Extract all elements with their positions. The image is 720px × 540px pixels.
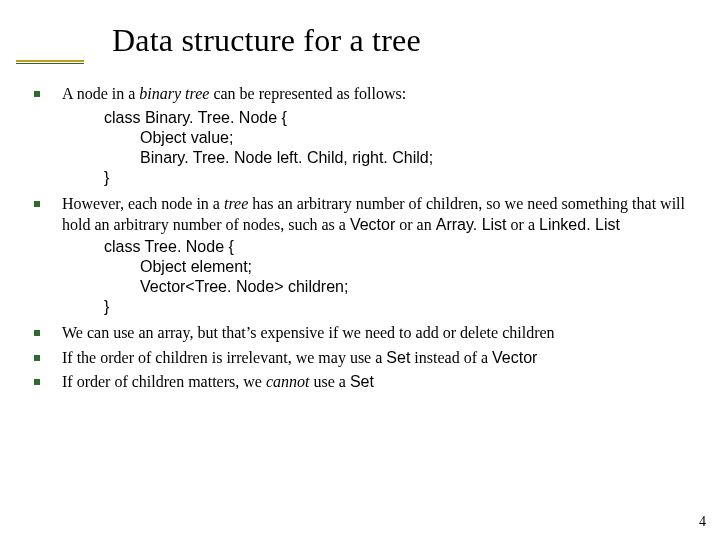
slide-title: Data structure for a tree xyxy=(112,22,720,59)
page-number: 4 xyxy=(699,514,706,530)
bullet-4: If the order of children is irrelevant, … xyxy=(34,348,694,368)
bullet-3: We can use an array, but that’s expensiv… xyxy=(34,323,694,343)
bullet-icon xyxy=(34,355,40,361)
bullet-icon xyxy=(34,201,40,207)
code1-l3: Binary. Tree. Node left. Child, right. C… xyxy=(104,148,694,168)
code2-l4: } xyxy=(104,298,109,315)
title-accent-rule xyxy=(16,60,84,64)
bullet-2-text: However, each node in a tree has an arbi… xyxy=(62,195,685,232)
code-block-2: class Tree. Node { Object element; Vecto… xyxy=(104,237,694,317)
code1-l4: } xyxy=(104,169,109,186)
bullet-icon xyxy=(34,91,40,97)
slide: Data structure for a tree A node in a bi… xyxy=(0,0,720,540)
code2-l1: class Tree. Node { xyxy=(104,238,234,255)
bullet-5-text: If order of children matters, we cannot … xyxy=(62,373,374,390)
code2-l3: Vector<Tree. Node> children; xyxy=(104,277,694,297)
bullet-4-text: If the order of children is irrelevant, … xyxy=(62,349,537,366)
code1-l2: Object value; xyxy=(104,128,694,148)
bullet-icon xyxy=(34,379,40,385)
code-block-1: class Binary. Tree. Node { Object value;… xyxy=(104,108,694,188)
bullet-5: If order of children matters, we cannot … xyxy=(34,372,694,392)
bullet-2: However, each node in a tree has an arbi… xyxy=(34,194,694,317)
bullet-3-text: We can use an array, but that’s expensiv… xyxy=(62,324,555,341)
slide-body: A node in a binary tree can be represent… xyxy=(34,84,694,397)
title-area: Data structure for a tree xyxy=(0,22,720,59)
bullet-1: A node in a binary tree can be represent… xyxy=(34,84,694,104)
bullet-1-text: A node in a binary tree can be represent… xyxy=(62,85,406,102)
code2-l2: Object element; xyxy=(104,257,694,277)
code1-l1: class Binary. Tree. Node { xyxy=(104,109,287,126)
bullet-icon xyxy=(34,330,40,336)
